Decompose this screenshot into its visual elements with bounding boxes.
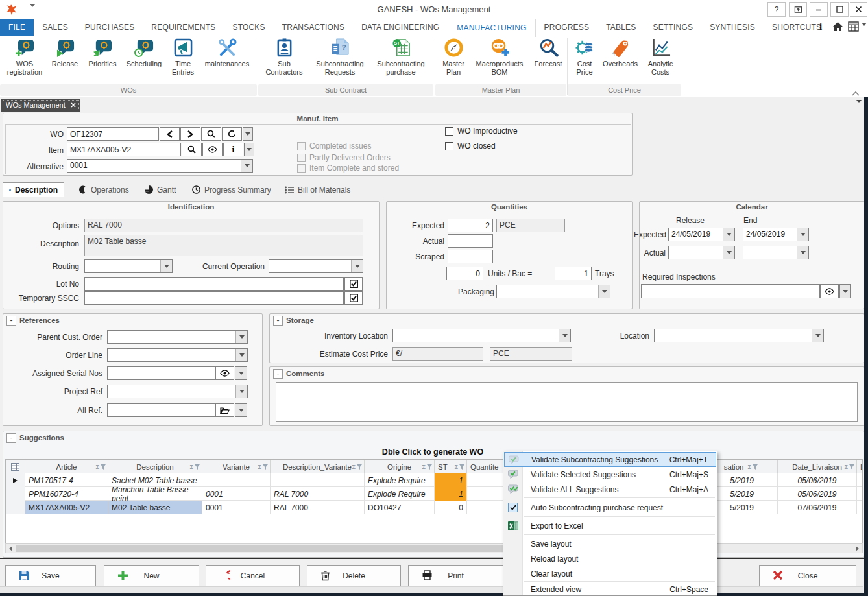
ribbon-item-master-plan[interactable]: Master Plan: [439, 38, 468, 77]
units-bac-input[interactable]: [446, 267, 483, 280]
menu-item-extended-view[interactable]: Extended view Ctrl+Space: [504, 583, 716, 596]
sum-icon[interactable]: Σ: [454, 464, 458, 470]
sum-icon[interactable]: Σ: [189, 464, 193, 470]
routing-dropdown-button[interactable]: [160, 260, 172, 272]
filter-icon[interactable]: [849, 464, 854, 470]
cell-description-variante[interactable]: RAL 7000: [271, 487, 365, 501]
suggestions-collapse-button[interactable]: -: [6, 433, 16, 443]
grid-header-liv[interactable]: Liv: [857, 460, 863, 473]
doc-tab-wos-management[interactable]: WOs Management: [1, 99, 80, 112]
inventory-location-dropdown-button[interactable]: [559, 329, 570, 342]
grid-horizontal-scrollbar[interactable]: [5, 543, 863, 553]
cell-st[interactable]: 1: [435, 487, 467, 501]
trays-input[interactable]: [555, 267, 592, 280]
location-combo[interactable]: [654, 329, 824, 342]
item-complete-checkbox[interactable]: Item Complete and stored: [297, 163, 399, 173]
filter-icon[interactable]: [101, 464, 106, 470]
new-button[interactable]: New: [104, 565, 199, 586]
item-dropdown-button[interactable]: [244, 143, 254, 156]
routing-combo[interactable]: [84, 259, 173, 273]
cell-description[interactable]: Sachet M02 Table basse: [108, 473, 202, 487]
tab-data-engineering[interactable]: DATA ENGINEERING: [353, 19, 448, 36]
wo-prev-button[interactable]: [160, 127, 180, 141]
cell-article[interactable]: PM170517-4: [25, 473, 108, 487]
grid-header-origine[interactable]: Origine Σ: [365, 460, 435, 473]
cell-article[interactable]: MX17AXA005-V2: [25, 501, 108, 514]
menu-item-reload-layout[interactable]: Reload layout: [504, 551, 716, 566]
packaging-combo[interactable]: [496, 285, 610, 298]
required-inspections-view-button[interactable]: [820, 284, 839, 298]
row-marker-cell[interactable]: [6, 473, 25, 487]
tab-transactions[interactable]: TRANSACTIONS: [274, 19, 353, 36]
wo-input[interactable]: [67, 127, 159, 141]
assigned-serial-view-button[interactable]: [215, 366, 234, 380]
cell-description-variante[interactable]: RAL 7000: [271, 501, 365, 514]
delete-button[interactable]: Delete: [307, 565, 401, 586]
menu-item-clear-layout[interactable]: Clear layout: [504, 566, 716, 581]
ribbon-item-macroproducts-bom[interactable]: Macroproducts BOM: [470, 38, 529, 77]
subtab-progress-summary[interactable]: Progress Summary: [186, 182, 277, 197]
alternative-combo[interactable]: 0001: [67, 159, 253, 173]
row-marker-cell[interactable]: [6, 501, 25, 514]
home-icon[interactable]: [832, 21, 843, 34]
tab-purchases[interactable]: PURCHASES: [77, 19, 143, 36]
cell-date-livraison[interactable]: 07/06/2019: [778, 501, 857, 514]
doc-tab-close-icon[interactable]: [71, 102, 76, 108]
project-ref-combo[interactable]: [107, 385, 248, 398]
grid-header-description-variante[interactable]: Description_Variante Σ: [271, 460, 365, 473]
project-ref-dropdown-button[interactable]: [235, 385, 247, 398]
inventory-location-combo[interactable]: [392, 329, 571, 342]
item-view-button[interactable]: [202, 143, 223, 156]
current-operation-dropdown-button[interactable]: [351, 260, 363, 272]
comments-collapse-button[interactable]: -: [273, 369, 283, 379]
wo-next-button[interactable]: [180, 127, 200, 141]
sum-icon[interactable]: Σ: [258, 464, 261, 470]
cell-liv[interactable]: [857, 473, 863, 487]
tab-stocks[interactable]: STOCKS: [224, 19, 273, 36]
comments-textarea[interactable]: [276, 382, 858, 422]
filter-icon[interactable]: [263, 464, 268, 470]
scraped-qty-input[interactable]: [448, 250, 493, 263]
print-button[interactable]: Print: [408, 565, 503, 586]
all-ref-input[interactable]: [107, 403, 215, 417]
cell-date-livraison[interactable]: 05/06/2019: [778, 487, 857, 501]
menu-item-validate-selected[interactable]: Validate Selected Suggestions Ctrl+Maj+S: [504, 467, 716, 482]
ribbon-item-sub-contractors[interactable]: Sub Contractors: [261, 38, 307, 77]
filter-icon[interactable]: [195, 464, 200, 470]
cell-liv[interactable]: [857, 501, 863, 514]
grid-header-article[interactable]: Article Σ: [25, 460, 108, 473]
actual-end-dropdown-button[interactable]: [797, 246, 808, 259]
cell-variante[interactable]: [202, 473, 271, 487]
cell-origine[interactable]: Explode Require: [365, 473, 435, 487]
cell-origine[interactable]: Explode Require: [365, 487, 435, 501]
lot-no-input[interactable]: [84, 277, 344, 291]
expected-release-date[interactable]: 24/05/2019: [668, 228, 735, 241]
cell-description-variante[interactable]: [271, 473, 365, 487]
actual-release-date[interactable]: [668, 246, 735, 259]
expected-qty-input[interactable]: [448, 219, 493, 232]
filter-icon[interactable]: [459, 464, 464, 470]
cell-origine[interactable]: DO10427: [365, 501, 435, 514]
ribbon-item-subcontracting-requests[interactable]: ? Subcontracting Requests: [310, 38, 370, 77]
grid-header-description[interactable]: Description Σ: [108, 460, 202, 473]
subtab-operations[interactable]: Operations: [73, 182, 135, 197]
required-inspections-dropdown-button[interactable]: [839, 284, 851, 298]
grid-header-date-livraison[interactable]: Date_Livraison Σ: [778, 460, 857, 473]
scroll-left-button[interactable]: [6, 545, 15, 551]
cell-st[interactable]: 1: [435, 473, 467, 487]
actual-release-dropdown-button[interactable]: [723, 246, 734, 259]
cancel-button[interactable]: Cancel: [206, 565, 300, 586]
tab-settings[interactable]: SETTINGS: [645, 19, 702, 36]
tab-requirements[interactable]: REQUIREMENTS: [143, 19, 224, 36]
menu-item-save-layout[interactable]: Save layout: [504, 536, 716, 551]
menu-item-export-excel[interactable]: Export to Excel: [504, 518, 716, 533]
tab-sales[interactable]: SALES: [34, 19, 77, 36]
table-row[interactable]: PM170517-4 Sachet M02 Table basse Explod…: [6, 473, 862, 487]
sum-icon[interactable]: Σ: [352, 464, 356, 470]
actual-qty-input[interactable]: [448, 234, 493, 248]
sum-icon[interactable]: Σ: [844, 464, 848, 470]
sum-icon[interactable]: Σ: [95, 464, 99, 470]
grid-selector-header[interactable]: [6, 460, 25, 473]
save-button[interactable]: Save: [5, 565, 96, 586]
ribbon-item-overheads[interactable]: Overheads: [600, 38, 640, 68]
